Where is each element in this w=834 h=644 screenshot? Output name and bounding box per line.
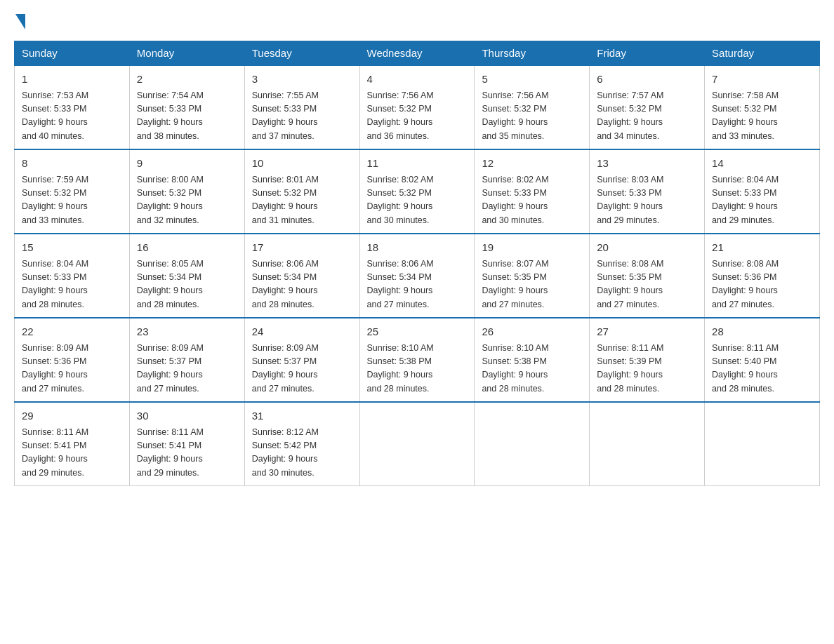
day-info: Sunrise: 7:54 AM Sunset: 5:33 PM Dayligh… [137,89,237,144]
calendar-cell: 11 Sunrise: 8:02 AM Sunset: 5:32 PM Dayl… [359,149,475,234]
day-info: Sunrise: 8:10 AM Sunset: 5:38 PM Dayligh… [367,342,468,396]
calendar-cell [475,402,590,486]
calendar-cell: 8 Sunrise: 7:59 AM Sunset: 5:32 PM Dayli… [15,149,130,234]
day-number: 13 [597,156,697,172]
day-info: Sunrise: 8:10 AM Sunset: 5:38 PM Dayligh… [482,342,582,396]
day-number: 22 [22,324,122,340]
day-number: 27 [597,324,697,340]
week-row-1: 1 Sunrise: 7:53 AM Sunset: 5:33 PM Dayli… [15,65,820,149]
calendar-cell: 28 Sunrise: 8:11 AM Sunset: 5:40 PM Dayl… [705,318,820,402]
calendar-cell: 16 Sunrise: 8:05 AM Sunset: 5:34 PM Dayl… [129,234,244,318]
logo [14,14,25,29]
header-wednesday: Wednesday [359,41,475,66]
calendar-cell: 15 Sunrise: 8:04 AM Sunset: 5:33 PM Dayl… [15,234,130,318]
day-number: 6 [597,72,697,88]
day-info: Sunrise: 7:56 AM Sunset: 5:32 PM Dayligh… [482,89,582,144]
calendar-cell: 9 Sunrise: 8:00 AM Sunset: 5:32 PM Dayli… [129,149,244,234]
day-info: Sunrise: 8:09 AM Sunset: 5:36 PM Dayligh… [22,342,122,396]
day-number: 25 [367,324,468,340]
day-info: Sunrise: 8:02 AM Sunset: 5:33 PM Dayligh… [482,173,582,228]
calendar-cell: 29 Sunrise: 8:11 AM Sunset: 5:41 PM Dayl… [15,402,130,486]
day-info: Sunrise: 7:59 AM Sunset: 5:32 PM Dayligh… [22,173,122,228]
day-info: Sunrise: 8:12 AM Sunset: 5:42 PM Dayligh… [252,426,352,481]
day-number: 12 [482,156,582,172]
week-row-2: 8 Sunrise: 7:59 AM Sunset: 5:32 PM Dayli… [15,149,820,234]
day-number: 4 [367,72,468,88]
day-info: Sunrise: 8:11 AM Sunset: 5:41 PM Dayligh… [137,426,237,481]
day-number: 2 [137,72,237,88]
day-number: 14 [712,156,812,172]
day-number: 9 [137,156,237,172]
day-info: Sunrise: 7:53 AM Sunset: 5:33 PM Dayligh… [22,89,122,144]
day-info: Sunrise: 8:03 AM Sunset: 5:33 PM Dayligh… [597,173,697,228]
calendar-cell: 19 Sunrise: 8:07 AM Sunset: 5:35 PM Dayl… [475,234,590,318]
calendar-cell: 12 Sunrise: 8:02 AM Sunset: 5:33 PM Dayl… [475,149,590,234]
day-info: Sunrise: 8:04 AM Sunset: 5:33 PM Dayligh… [22,257,122,312]
calendar-cell: 14 Sunrise: 8:04 AM Sunset: 5:33 PM Dayl… [705,149,820,234]
calendar-cell: 4 Sunrise: 7:56 AM Sunset: 5:32 PM Dayli… [359,65,475,149]
header-sunday: Sunday [15,41,130,66]
day-number: 21 [712,240,812,256]
calendar-cell [705,402,820,486]
day-number: 15 [22,240,122,256]
day-number: 8 [22,156,122,172]
day-number: 5 [482,72,582,88]
calendar-cell: 26 Sunrise: 8:10 AM Sunset: 5:38 PM Dayl… [475,318,590,402]
calendar-cell: 18 Sunrise: 8:06 AM Sunset: 5:34 PM Dayl… [359,234,475,318]
day-info: Sunrise: 7:56 AM Sunset: 5:32 PM Dayligh… [367,89,468,144]
day-info: Sunrise: 8:02 AM Sunset: 5:32 PM Dayligh… [367,173,468,228]
day-info: Sunrise: 8:09 AM Sunset: 5:37 PM Dayligh… [252,342,352,396]
day-number: 30 [137,408,237,424]
calendar-cell: 24 Sunrise: 8:09 AM Sunset: 5:37 PM Dayl… [244,318,359,402]
day-number: 19 [482,240,582,256]
day-info: Sunrise: 7:57 AM Sunset: 5:32 PM Dayligh… [597,89,697,144]
day-number: 29 [22,408,122,424]
calendar-cell: 20 Sunrise: 8:08 AM Sunset: 5:35 PM Dayl… [590,234,705,318]
calendar-header-row: SundayMondayTuesdayWednesdayThursdayFrid… [15,41,820,66]
calendar-cell: 3 Sunrise: 7:55 AM Sunset: 5:33 PM Dayli… [244,65,359,149]
day-number: 1 [22,72,122,88]
day-info: Sunrise: 8:00 AM Sunset: 5:32 PM Dayligh… [137,173,237,228]
header-friday: Friday [590,41,705,66]
calendar-cell: 7 Sunrise: 7:58 AM Sunset: 5:32 PM Dayli… [705,65,820,149]
day-number: 31 [252,408,352,424]
day-number: 23 [137,324,237,340]
day-number: 20 [597,240,697,256]
day-number: 26 [482,324,582,340]
day-number: 11 [367,156,468,172]
calendar-cell: 6 Sunrise: 7:57 AM Sunset: 5:32 PM Dayli… [590,65,705,149]
day-number: 7 [712,72,812,88]
page-header [14,14,820,29]
calendar-cell: 31 Sunrise: 8:12 AM Sunset: 5:42 PM Dayl… [244,402,359,486]
calendar-cell [359,402,475,486]
day-number: 24 [252,324,352,340]
calendar-cell: 10 Sunrise: 8:01 AM Sunset: 5:32 PM Dayl… [244,149,359,234]
logo-arrow-icon [15,14,25,29]
day-info: Sunrise: 8:06 AM Sunset: 5:34 PM Dayligh… [367,257,468,312]
calendar-cell: 21 Sunrise: 8:08 AM Sunset: 5:36 PM Dayl… [705,234,820,318]
header-thursday: Thursday [475,41,590,66]
calendar-cell: 1 Sunrise: 7:53 AM Sunset: 5:33 PM Dayli… [15,65,130,149]
day-info: Sunrise: 8:11 AM Sunset: 5:41 PM Dayligh… [22,426,122,481]
header-saturday: Saturday [705,41,820,66]
day-info: Sunrise: 8:11 AM Sunset: 5:39 PM Dayligh… [597,342,697,396]
day-info: Sunrise: 8:08 AM Sunset: 5:35 PM Dayligh… [597,257,697,312]
day-info: Sunrise: 7:55 AM Sunset: 5:33 PM Dayligh… [252,89,352,144]
week-row-3: 15 Sunrise: 8:04 AM Sunset: 5:33 PM Dayl… [15,234,820,318]
calendar-cell: 17 Sunrise: 8:06 AM Sunset: 5:34 PM Dayl… [244,234,359,318]
day-info: Sunrise: 7:58 AM Sunset: 5:32 PM Dayligh… [712,89,812,144]
calendar-cell: 2 Sunrise: 7:54 AM Sunset: 5:33 PM Dayli… [129,65,244,149]
calendar-cell [590,402,705,486]
calendar-cell: 30 Sunrise: 8:11 AM Sunset: 5:41 PM Dayl… [129,402,244,486]
day-number: 28 [712,324,812,340]
day-number: 18 [367,240,468,256]
day-info: Sunrise: 8:11 AM Sunset: 5:40 PM Dayligh… [712,342,812,396]
calendar-cell: 25 Sunrise: 8:10 AM Sunset: 5:38 PM Dayl… [359,318,475,402]
day-info: Sunrise: 8:06 AM Sunset: 5:34 PM Dayligh… [252,257,352,312]
day-info: Sunrise: 8:01 AM Sunset: 5:32 PM Dayligh… [252,173,352,228]
day-number: 16 [137,240,237,256]
calendar-cell: 5 Sunrise: 7:56 AM Sunset: 5:32 PM Dayli… [475,65,590,149]
calendar-body: 1 Sunrise: 7:53 AM Sunset: 5:33 PM Dayli… [15,65,820,486]
day-info: Sunrise: 8:08 AM Sunset: 5:36 PM Dayligh… [712,257,812,312]
day-info: Sunrise: 8:04 AM Sunset: 5:33 PM Dayligh… [712,173,812,228]
